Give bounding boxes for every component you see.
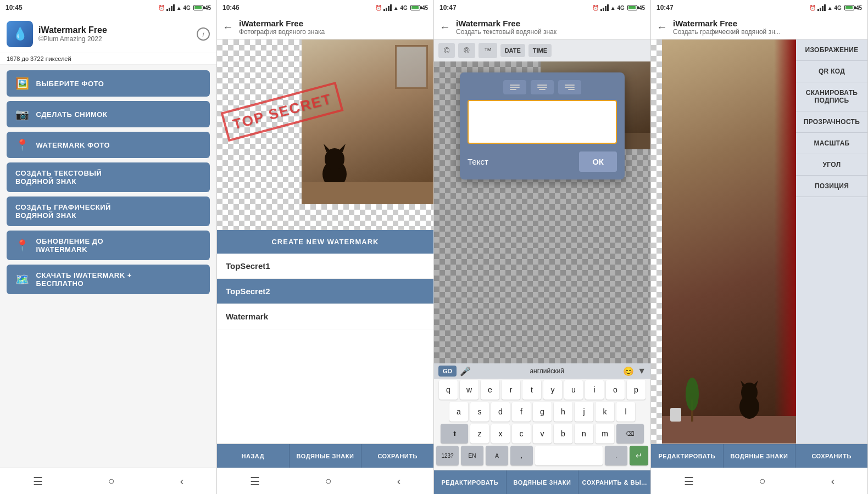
- tab-watermarks-2[interactable]: ВОДЯНЫЕ ЗНАКИ: [290, 444, 362, 468]
- tab-edit-3[interactable]: РЕДАКТИРОВАТЬ: [434, 470, 507, 494]
- trademark-button[interactable]: ™: [478, 43, 497, 58]
- back-nav-icon[interactable]: ‹: [180, 475, 184, 487]
- date-button[interactable]: DATE: [500, 44, 525, 57]
- key-d[interactable]: d: [491, 402, 510, 422]
- key-w[interactable]: w: [460, 380, 478, 400]
- watermark-item-2[interactable]: TopSecret2: [217, 279, 433, 304]
- key-space[interactable]: [535, 446, 603, 465]
- panel-1: 10:45 ⏰ ▲ 4G 45 💧 iWatermark Free ©Plum …: [0, 0, 217, 494]
- key-g[interactable]: g: [533, 402, 552, 422]
- key-j[interactable]: j: [575, 402, 593, 422]
- key-y[interactable]: y: [543, 380, 562, 400]
- dialog-box: Текст ОК: [460, 72, 625, 179]
- ok-button[interactable]: ОК: [579, 151, 617, 172]
- time-button[interactable]: TIME: [528, 44, 552, 57]
- home-nav-icon[interactable]: ○: [108, 475, 115, 487]
- key-s[interactable]: s: [470, 402, 489, 422]
- key-t[interactable]: t: [522, 380, 541, 400]
- watermark-photo-button[interactable]: 📍 WATERMARK ФОТО: [7, 132, 210, 158]
- choose-photo-button[interactable]: 🖼️ ВЫБЕРИТЕ ФОТО: [7, 70, 210, 97]
- menu-nav-icon-4[interactable]: ☰: [684, 475, 694, 488]
- tab-edit-4[interactable]: РЕДАКТИРОВАТЬ: [651, 444, 724, 468]
- photo-area-2: TOP SECRET: [217, 40, 433, 230]
- svg-marker-10: [741, 380, 746, 387]
- key-c[interactable]: c: [512, 424, 531, 444]
- align-right-button[interactable]: [558, 80, 581, 94]
- info-button[interactable]: i: [197, 27, 210, 41]
- tab-save-2[interactable]: СОХРАНИТЬ: [361, 444, 433, 468]
- key-backspace[interactable]: ⌫: [616, 424, 644, 444]
- go-button[interactable]: GO: [438, 366, 457, 377]
- tab-back-2[interactable]: НАЗАД: [217, 444, 290, 468]
- key-a[interactable]: a: [449, 402, 468, 422]
- side-menu-qr-label: QR КОД: [819, 68, 845, 75]
- tab-watermarks-4[interactable]: ВОДЯНЫЕ ЗНАКИ: [724, 444, 796, 468]
- key-lang[interactable]: EN: [461, 446, 483, 465]
- key-o[interactable]: o: [606, 380, 625, 400]
- side-menu-angle[interactable]: УГОЛ: [796, 154, 867, 176]
- align-center-button[interactable]: [531, 80, 554, 94]
- key-r[interactable]: r: [502, 380, 520, 400]
- align-left-button[interactable]: [503, 80, 526, 94]
- bottom-tabs-3: РЕДАКТИРОВАТЬ ВОДЯНЫЕ ЗНАКИ СОХРАНИТЬ & …: [434, 470, 650, 494]
- download-button[interactable]: 🗺️ СКАЧАТЬ IWATERMARK +БЕСПЛАТНО: [7, 265, 210, 294]
- take-photo-button[interactable]: 📷 СДЕЛАТЬ СНИМОК: [7, 101, 210, 127]
- key-e[interactable]: e: [481, 380, 499, 400]
- key-q[interactable]: q: [439, 380, 458, 400]
- key-p[interactable]: p: [627, 380, 646, 400]
- home-nav-icon-2[interactable]: ○: [325, 475, 332, 487]
- back-nav-icon-4[interactable]: ‹: [831, 475, 835, 487]
- menu-nav-icon-2[interactable]: ☰: [250, 475, 260, 488]
- key-l[interactable]: l: [616, 402, 635, 422]
- emoji-icon[interactable]: 😊: [623, 366, 634, 377]
- android-nav-1: ☰ ○ ‹: [0, 468, 216, 494]
- side-menu-transparency[interactable]: ПРОЗРАЧНОСТЬ: [796, 111, 867, 133]
- back-button-4[interactable]: ←: [656, 21, 667, 33]
- key-i[interactable]: i: [585, 380, 604, 400]
- battery-label: 4G: [183, 5, 191, 11]
- key-z[interactable]: z: [470, 424, 489, 444]
- time-2: 10:46: [222, 4, 240, 12]
- side-menu-position[interactable]: ПОЗИЦИЯ: [796, 176, 867, 197]
- key-123[interactable]: 123?: [436, 446, 459, 465]
- side-menu-image[interactable]: ИЗОБРАЖЕНИЕ: [796, 40, 867, 61]
- tab-save-3[interactable]: СОХРАНИТЬ & ВЫ...: [578, 470, 650, 494]
- dialog-text-label: Текст: [468, 157, 488, 166]
- keyboard-expand-icon[interactable]: ▼: [637, 366, 646, 376]
- key-u[interactable]: u: [564, 380, 583, 400]
- back-button-2[interactable]: ←: [222, 21, 233, 33]
- key-n[interactable]: n: [575, 424, 593, 444]
- key-caps[interactable]: A: [486, 446, 508, 465]
- copyright-button[interactable]: ©: [438, 43, 455, 58]
- key-m[interactable]: m: [596, 424, 614, 444]
- cat-scene: [302, 40, 433, 204]
- upgrade-button[interactable]: 📍 ОБНОВЛЕНИЕ ДОIWATERMARK: [7, 231, 210, 260]
- side-menu-scan[interactable]: СКАНИРОВАТЬПОДПИСЬ: [796, 82, 867, 111]
- side-menu-scale[interactable]: МАСШТАБ: [796, 133, 867, 154]
- menu-nav-icon[interactable]: ☰: [33, 475, 43, 488]
- create-watermark-button[interactable]: CREATE NEW WATERMARK: [217, 230, 433, 254]
- mic-icon[interactable]: 🎤: [460, 366, 471, 377]
- tab-save-4[interactable]: СОХРАНИТЬ: [795, 444, 867, 468]
- key-h[interactable]: h: [554, 402, 572, 422]
- create-text-wm-button[interactable]: СОЗДАТЬ ТЕКСТОВЫЙВОДЯНОЙ ЗНАК: [7, 162, 210, 192]
- tab-watermarks-3[interactable]: ВОДЯНЫЕ ЗНАКИ: [507, 470, 579, 494]
- back-button-3[interactable]: ←: [439, 21, 450, 33]
- watermark-item-3[interactable]: Watermark: [217, 304, 433, 329]
- home-nav-icon-4[interactable]: ○: [759, 475, 766, 487]
- key-enter[interactable]: ↵: [630, 446, 648, 465]
- key-x[interactable]: x: [491, 424, 510, 444]
- key-v[interactable]: v: [533, 424, 552, 444]
- key-f[interactable]: f: [512, 402, 531, 422]
- key-comma[interactable]: ,: [510, 446, 533, 465]
- registered-button[interactable]: ®: [458, 43, 475, 58]
- key-shift[interactable]: ⬆: [441, 424, 468, 444]
- back-nav-icon-2[interactable]: ‹: [397, 475, 401, 487]
- key-period[interactable]: .: [605, 446, 627, 465]
- key-k[interactable]: k: [596, 402, 614, 422]
- watermark-text-input[interactable]: [468, 100, 617, 144]
- create-graphic-wm-button[interactable]: СОЗДАТЬ ГРАФИЧЕСКИЙВОДЯНОЙ ЗНАК: [7, 197, 210, 226]
- key-b[interactable]: b: [554, 424, 572, 444]
- side-menu-qr[interactable]: QR КОД: [796, 61, 867, 82]
- watermark-item-1[interactable]: TopSecret1: [217, 254, 433, 279]
